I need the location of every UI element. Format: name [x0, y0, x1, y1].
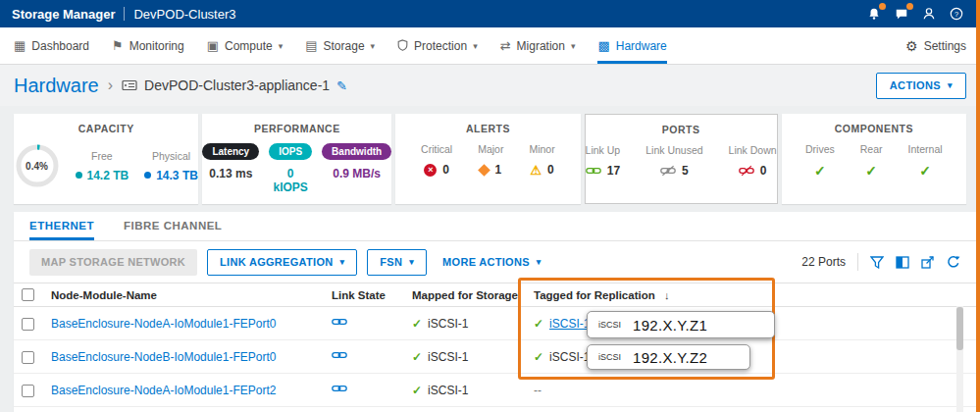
callout-ip-address: 192.X.Y.Z1: [633, 317, 707, 334]
nav-compute[interactable]: ▣ Compute ▾: [207, 27, 284, 64]
port-name-link[interactable]: BaseEnclosure-NodeA-IoModule1-FEPort2: [51, 384, 276, 397]
nav-monitoring[interactable]: ⚑ Monitoring: [112, 27, 184, 64]
mapped-network: iSCSI-1: [428, 317, 468, 331]
ports-panel: ETHERNET FIBRE CHANNEL MAP STORAGE NETWO…: [14, 212, 976, 412]
ports-card-title: PORTS: [586, 124, 777, 135]
nav-storage[interactable]: ▤ Storage ▾: [305, 27, 375, 64]
nav-dashboard[interactable]: ▦ Dashboard: [14, 27, 89, 64]
link-unused-count: 5: [682, 164, 689, 178]
row-checkbox[interactable]: [22, 351, 34, 364]
nav-dashboard-label: Dashboard: [31, 39, 89, 53]
tagged-for-replication-label: Tagged for Replication: [534, 289, 655, 301]
dashboard-icon: ▦: [14, 39, 26, 52]
fsn-button[interactable]: FSN ▾: [367, 249, 427, 276]
table-row[interactable]: BaseEnclosure-NodeA-IoModule1-FEPort2 ✓i…: [14, 374, 976, 407]
notifications-bell-icon[interactable]: [866, 6, 882, 22]
user-account-icon[interactable]: [921, 6, 937, 22]
tab-fibre-channel[interactable]: FIBRE CHANNEL: [124, 212, 222, 240]
link-up-icon: [332, 383, 347, 394]
toolbar-right: 22 Ports: [801, 253, 960, 271]
link-down-metric: Link Down 0: [729, 144, 777, 178]
chevron-down-icon: ▾: [473, 41, 478, 51]
app-title: Storage Manager: [12, 7, 115, 22]
link-up-icon: [332, 349, 347, 361]
nav-settings-label: Settings: [924, 39, 966, 53]
link-aggregation-button[interactable]: LINK AGGREGATION ▾: [207, 249, 357, 276]
nav-hardware[interactable]: ▩ Hardware: [597, 27, 666, 64]
components-card[interactable]: COMPONENTS Drives ✓ Rear ✓ Internal ✓: [782, 114, 966, 204]
hardware-icon: ▩: [597, 39, 609, 52]
nav-settings[interactable]: ⚙ Settings: [905, 27, 966, 64]
protection-shield-icon: [397, 39, 408, 53]
link-up-label: Link Up: [586, 144, 621, 156]
rear-status: Rear ✓: [860, 143, 883, 179]
rear-label: Rear: [860, 143, 883, 155]
capacity-card-title: CAPACITY: [14, 123, 198, 134]
nav-protection[interactable]: Protection ▾: [397, 27, 478, 64]
iops-metric: IOPS 0 kIOPS: [269, 143, 312, 194]
nav-compute-label: Compute: [225, 39, 273, 53]
export-icon[interactable]: [921, 256, 935, 269]
drives-ok-check-icon: ✓: [814, 163, 826, 179]
bandwidth-value: 0.9 MB/s: [322, 167, 391, 180]
summary-cards: CAPACITY 0.4% Free 14.2 TB Physical: [14, 114, 966, 204]
capacity-card[interactable]: CAPACITY 0.4% Free 14.2 TB Physical: [14, 114, 198, 204]
port-name-link[interactable]: BaseEnclosure-NodeA-IoModule1-FEPort0: [51, 317, 276, 331]
tab-ethernet[interactable]: ETHERNET: [29, 212, 94, 240]
edit-pencil-icon[interactable]: ✎: [336, 78, 347, 93]
gear-icon: ⚙: [905, 38, 918, 54]
nav-storage-label: Storage: [324, 39, 365, 53]
link-unused-icon: [660, 165, 676, 177]
bandwidth-metric: Bandwidth 0.9 MB/s: [322, 143, 391, 194]
alerts-card[interactable]: ALERTS Critical ×0 Major 1 Minor ⚠0: [395, 114, 580, 204]
tagged-network-link[interactable]: iSCSI-1: [549, 317, 590, 331]
breadcrumb-hardware-link[interactable]: Hardware: [14, 75, 99, 97]
tagged-check-icon: ✓: [534, 350, 543, 364]
capacity-physical-value: 14.3 TB: [156, 169, 198, 182]
filter-icon[interactable]: [870, 256, 884, 269]
chevron-down-icon: ▾: [279, 41, 284, 51]
actions-button[interactable]: ACTIONS ▾: [876, 73, 966, 99]
table-scrollbar[interactable]: [956, 306, 963, 412]
row-checkbox[interactable]: [22, 318, 34, 331]
capacity-physical-metric: Physical 14.3 TB: [144, 150, 198, 182]
link-unused-metric: Link Unused 5: [645, 144, 702, 178]
capacity-gauge: 0.4%: [15, 143, 60, 188]
sort-descending-icon: ↓: [664, 289, 670, 301]
storage-icon: ▤: [305, 39, 317, 52]
table-row[interactable]: BaseEnclosure-NodeB-IoModule1-FEPort0 ✓i…: [14, 340, 976, 374]
header-checkbox-cell: [14, 283, 43, 307]
table-row[interactable]: BaseEnclosure-NodeA-IoModule1-FEPort0 ✓i…: [14, 307, 976, 340]
breadcrumb-chevron-icon: ›: [108, 77, 113, 94]
row-checkbox[interactable]: [22, 385, 34, 397]
column-tagged-for-replication[interactable]: Tagged for Replication ↓: [526, 283, 976, 307]
column-mapped-for-storage[interactable]: Mapped for Storage: [404, 283, 526, 307]
topbar-divider: [124, 7, 125, 21]
migration-arrows-icon: ⇄: [500, 39, 511, 52]
column-node-module-name[interactable]: Node-Module-Name: [43, 283, 324, 307]
chevron-down-icon: ▾: [537, 257, 542, 267]
map-storage-network-button[interactable]: MAP STORAGE NETWORK: [29, 249, 197, 276]
select-all-checkbox[interactable]: [22, 288, 34, 301]
messages-chat-icon[interactable]: [894, 6, 909, 22]
more-actions-button[interactable]: MORE ACTIONS ▾: [437, 249, 547, 276]
scrollbar-thumb[interactable]: [956, 307, 963, 350]
column-picker-icon[interactable]: [896, 256, 909, 269]
performance-card-title: PERFORMANCE: [202, 123, 391, 134]
refresh-icon[interactable]: [947, 255, 960, 269]
nav-migration[interactable]: ⇄ Migration ▾: [500, 27, 576, 64]
mapped-check-icon: ✓: [412, 384, 422, 397]
column-link-state[interactable]: Link State: [324, 283, 404, 307]
ports-card[interactable]: PORTS Link Up 17 Link Unused 5 Link Down: [585, 114, 778, 204]
appliance-name-label: DevPOD-Cluster3-appliance-1: [144, 77, 330, 93]
performance-card[interactable]: PERFORMANCE Latency 0.13 ms IOPS 0 kIOPS…: [202, 114, 391, 204]
critical-alerts: Critical ×0: [421, 143, 452, 177]
link-down-icon: [739, 165, 754, 177]
help-icon[interactable]: ?: [949, 6, 964, 22]
notification-badge: [879, 3, 886, 10]
capacity-free-metric: Free 14.2 TB: [76, 150, 129, 182]
internal-ok-check-icon: ✓: [919, 163, 931, 179]
port-name-link[interactable]: BaseEnclosure-NodeB-IoModule1-FEPort0: [51, 350, 276, 364]
ip-callout-node-b: iSCSI 192.X.Y.Z2: [587, 344, 750, 370]
compute-icon: ▣: [207, 39, 219, 52]
